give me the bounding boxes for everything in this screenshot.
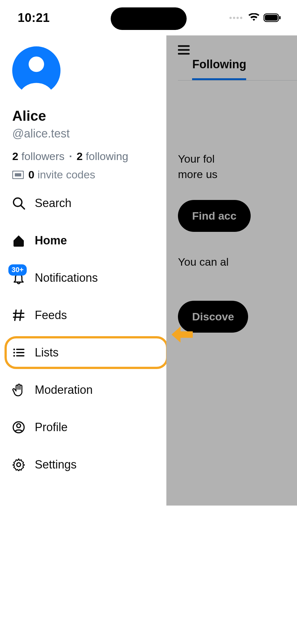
nav-lists[interactable]: Lists [12,345,154,360]
nav-moderation-label: Moderation [35,383,93,397]
nav-search-label: Search [35,196,71,210]
nav-notifications-label: Notifications [35,271,98,285]
avatar-icon [12,46,60,95]
avatar[interactable] [12,46,154,96]
nav-notifications[interactable]: 30+ Notifications [12,270,154,285]
nav-list: Search Home 30+ Notifications Feed [12,196,154,472]
invite-label: invite codes [37,168,95,181]
nav-home-label: Home [35,234,67,247]
ticket-icon [12,171,24,179]
find-accounts-button[interactable]: Find acc [178,200,251,232]
svg-point-17 [17,463,21,467]
profile-stats[interactable]: 2 followers · 2 following [12,150,154,163]
nav-home[interactable]: Home [12,233,154,248]
status-icons [229,13,281,22]
svg-point-9 [13,349,15,350]
status-time: 10:21 [18,11,50,25]
list-icon [12,346,25,359]
nav-feeds[interactable]: Feeds [12,308,154,323]
search-icon [12,197,25,210]
wifi-icon [248,13,260,22]
profile-icon [12,421,25,434]
tab-divider [178,80,297,80]
status-bar: 10:21 [0,0,297,35]
home-icon [12,234,25,247]
hand-icon [12,384,25,396]
highlight-ring [5,336,168,369]
invite-count: 0 [28,168,34,181]
invite-codes-row[interactable]: 0 invite codes [12,168,154,181]
following-count: 2 [77,150,83,162]
cellular-dots-icon [229,17,242,19]
following-label: following [86,150,128,162]
profile-display-name[interactable]: Alice [12,108,154,124]
nav-lists-label: Lists [35,346,59,359]
highlight-arrow-icon [171,323,193,346]
nav-search[interactable]: Search [12,196,154,211]
nav-profile-label: Profile [35,421,68,434]
svg-rect-6 [15,173,21,176]
svg-point-10 [13,352,15,354]
svg-rect-2 [279,16,281,19]
nav-settings-label: Settings [35,458,77,471]
bell-icon: 30+ [12,271,25,284]
gear-icon [12,458,25,471]
hash-icon [12,309,25,322]
svg-point-16 [17,424,21,428]
nav-moderation[interactable]: Moderation [12,383,154,397]
backdrop-text-1: Your fol more us [178,151,297,182]
backdrop-text-2: You can al [178,254,297,270]
svg-line-8 [21,205,24,209]
nav-profile[interactable]: Profile [12,420,154,435]
followers-count: 2 [12,150,18,162]
dynamic-island [111,7,187,30]
separator-dot: · [69,150,72,163]
svg-point-11 [13,355,15,357]
notifications-badge: 30+ [8,264,27,276]
tab-following[interactable]: Following [192,58,246,80]
svg-point-4 [29,57,44,72]
nav-settings[interactable]: Settings [12,457,154,472]
blank-space [0,506,297,644]
nav-feeds-label: Feeds [35,308,67,322]
battery-icon [264,13,281,22]
followers-label: followers [21,150,64,162]
hamburger-icon[interactable] [178,44,191,55]
profile-handle[interactable]: @alice.test [12,127,154,140]
svg-rect-1 [265,15,278,21]
